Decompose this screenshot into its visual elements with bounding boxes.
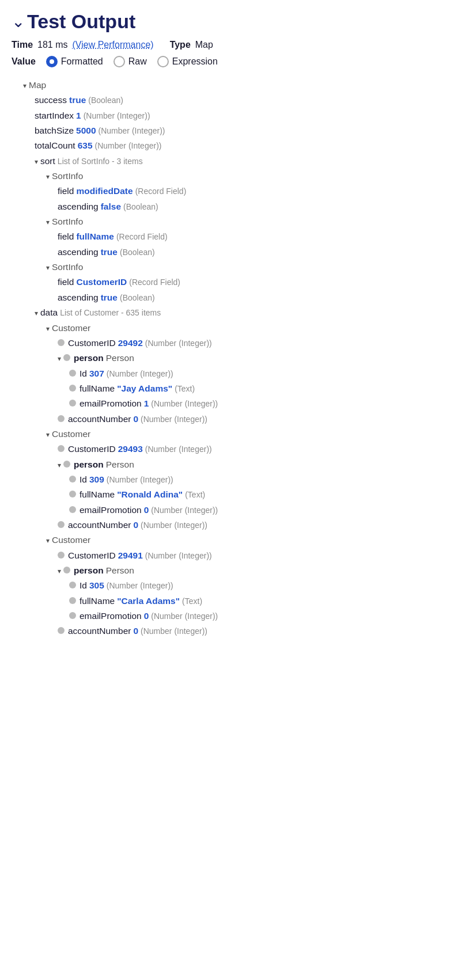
tree-value: "Ronald Adina" <box>117 487 183 502</box>
dot-icon <box>58 552 65 559</box>
tree-node: batchSize5000(Number (Integer)) <box>12 123 450 138</box>
expand-triangle-icon[interactable]: ▾ <box>46 171 50 183</box>
tree-node: CustomerID29491(Number (Integer)) <box>12 548 450 563</box>
tree-key: field <box>58 229 74 244</box>
tree-key: startIndex <box>35 108 74 123</box>
node-label: Person <box>106 351 134 366</box>
tree-value: 0 <box>133 412 138 427</box>
tree-node: totalCount635(Number (Integer)) <box>12 138 450 153</box>
dot-icon <box>63 461 70 468</box>
tree-node: accountNumber0(Number (Integer)) <box>12 518 450 533</box>
radio-group: Formatted Raw Expression <box>46 56 218 67</box>
tree-node: Id307(Number (Integer)) <box>12 366 450 381</box>
type-hint: (Number (Integer)) <box>107 473 173 487</box>
tree-node: emailPromotion0(Number (Integer)) <box>12 503 450 518</box>
tree-value: "Jay Adams" <box>117 381 172 396</box>
dot-icon <box>58 445 65 452</box>
tree-key: Id <box>79 578 87 593</box>
tree-key: fullName <box>79 487 115 502</box>
tree-key: emailPromotion <box>79 396 142 411</box>
dot-icon <box>69 491 76 497</box>
dot-icon <box>58 627 65 634</box>
tree-key: batchSize <box>35 123 74 138</box>
type-hint: (Record Field) <box>135 185 187 199</box>
radio-formatted-circle[interactable] <box>46 56 58 67</box>
expand-triangle-icon[interactable]: ▾ <box>46 216 50 228</box>
tree-node: fullName"Ronald Adina"(Text) <box>12 487 450 502</box>
type-hint: (Text) <box>185 488 205 502</box>
expand-triangle-icon[interactable]: ▾ <box>46 535 50 546</box>
tree-value: false <box>101 199 121 214</box>
type-hint: (Record Field) <box>116 230 168 244</box>
tree-value: true <box>101 245 118 260</box>
tree-key: ascending <box>58 290 99 305</box>
node-label: Customer <box>52 533 90 548</box>
radio-expression[interactable]: Expression <box>157 56 218 67</box>
tree-key: ascending <box>58 245 99 260</box>
radio-expression-circle[interactable] <box>157 56 169 67</box>
tree-value: true <box>69 93 86 108</box>
view-performance-link[interactable]: (View Performance) <box>73 40 154 50</box>
tree-key: emailPromotion <box>79 609 142 624</box>
tree-node: ▾personPerson <box>12 351 450 366</box>
tree-node: Id305(Number (Integer)) <box>12 578 450 593</box>
type-hint: (Number (Integer)) <box>141 519 207 533</box>
radio-raw[interactable]: Raw <box>113 56 147 67</box>
tree-node: CustomerID29493(Number (Integer)) <box>12 442 450 457</box>
tree-key: CustomerID <box>68 548 116 563</box>
tree-value: 309 <box>89 472 104 487</box>
tree-value: 5000 <box>76 123 96 138</box>
expand-triangle-icon[interactable]: ▾ <box>58 459 61 471</box>
expand-triangle-icon[interactable]: ▾ <box>35 156 38 168</box>
tree-key: person <box>74 563 104 578</box>
tree-key: accountNumber <box>68 624 131 639</box>
tree-key: ascending <box>58 199 99 214</box>
node-label: SortInfo <box>52 169 83 184</box>
expand-triangle-icon[interactable]: ▾ <box>46 323 50 335</box>
expand-triangle-icon[interactable]: ▾ <box>58 353 61 364</box>
tree-value: CustomerID <box>76 275 127 290</box>
list-description: List of Customer - 635 items <box>60 306 161 320</box>
list-description: List of SortInfo - 3 items <box>58 155 143 169</box>
radio-raw-circle[interactable] <box>113 56 125 67</box>
expand-triangle-icon[interactable]: ▾ <box>35 307 38 319</box>
tree-node: emailPromotion1(Number (Integer)) <box>12 396 450 411</box>
dot-icon <box>58 339 65 346</box>
radio-formatted[interactable]: Formatted <box>46 56 103 67</box>
expand-triangle-icon[interactable]: ▾ <box>23 80 26 92</box>
radio-expression-label: Expression <box>172 56 218 67</box>
tree-value: 1 <box>144 396 149 411</box>
tree-node: ▾personPerson <box>12 457 450 472</box>
tree-key: person <box>74 351 104 366</box>
type-label: Type <box>170 40 191 50</box>
type-hint: (Text) <box>175 382 195 396</box>
tree-key: fullName <box>79 381 115 396</box>
tree-node: ascendingfalse(Boolean) <box>12 199 450 214</box>
page-title: Test Output <box>27 10 135 33</box>
type-hint: (Boolean) <box>88 94 123 108</box>
expand-triangle-icon[interactable]: ▾ <box>46 429 50 440</box>
tree-key: fullName <box>79 594 115 609</box>
tree-node: ▾Customer <box>12 427 450 442</box>
meta-row: Time 181 ms (View Performance) Type Map <box>12 40 450 50</box>
node-label: Customer <box>52 321 90 336</box>
type-hint: (Text) <box>182 595 202 609</box>
tree-key: sort <box>40 154 55 169</box>
tree-key: data <box>40 305 58 320</box>
collapse-icon[interactable]: ⌄ <box>12 12 25 31</box>
tree-key: totalCount <box>35 138 75 153</box>
tree-value: 0 <box>144 503 149 518</box>
tree-node: ▾personPerson <box>12 563 450 578</box>
type-hint: (Number (Integer)) <box>145 549 212 563</box>
type-hint: (Number (Integer)) <box>107 367 173 381</box>
radio-formatted-label: Formatted <box>61 56 103 67</box>
expand-triangle-icon[interactable]: ▾ <box>58 565 61 577</box>
tree-key: person <box>74 457 104 472</box>
tree-node: Id309(Number (Integer)) <box>12 472 450 487</box>
time-value: 181 ms <box>37 40 67 50</box>
expand-triangle-icon[interactable]: ▾ <box>46 262 50 274</box>
dot-icon <box>69 582 76 588</box>
type-hint: (Number (Integer)) <box>141 625 207 639</box>
tree-value: 635 <box>78 138 93 153</box>
tree-value: 0 <box>133 624 138 639</box>
